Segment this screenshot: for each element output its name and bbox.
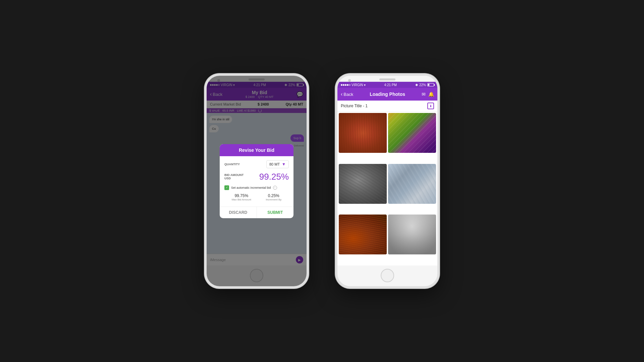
photo-1-copper-tubes[interactable]: [339, 113, 387, 153]
phone-2-top: [337, 76, 437, 82]
dot2-2: [343, 84, 344, 86]
picture-title-bar: Picture Title - 1 ⬇: [337, 101, 437, 112]
increment-label: Increment By: [266, 198, 281, 201]
photo-grid: [337, 112, 437, 265]
nav-title-2: Loading Photos: [370, 92, 405, 97]
photo-6-silver-statue[interactable]: [388, 215, 436, 254]
home-button-2[interactable]: [381, 269, 394, 282]
status-bar-2: VIRGIN ▾ 4:21 PM ✱ 22%: [337, 82, 437, 88]
dot4-2: [347, 84, 348, 86]
battery-percent-2: 22%: [419, 83, 426, 87]
dot5-2: [349, 84, 351, 86]
photo-4-silver-metal[interactable]: [388, 164, 436, 204]
max-bid-label: Max Bid Amount: [232, 198, 251, 201]
battery-icon-2: [427, 83, 434, 86]
quantity-value: 80 MT: [269, 162, 280, 166]
modal-quantity-row: QUANTITY 80 MT ▼: [224, 160, 289, 168]
phone-2-bottom: [337, 265, 437, 286]
phone-1-screen: VIRGIN ▾ 4:21 PM ✱ 22% ‹ Back My Bid $ 2: [207, 82, 307, 265]
quantity-label: QUANTITY: [224, 163, 240, 166]
bell-icon-2[interactable]: 🔔: [428, 92, 434, 97]
time-2: 4:21 PM: [384, 83, 397, 87]
quantity-dropdown[interactable]: 80 MT ▼: [266, 160, 289, 168]
front-camera-2: [348, 79, 351, 82]
auto-bid-row: ✓ Set automatic incremental bid i: [224, 185, 289, 190]
download-icon[interactable]: ⬇: [427, 103, 434, 109]
bid-amount-value: 99.25%: [259, 172, 289, 182]
dot1-2: [341, 84, 342, 86]
nav-right-2: ✉ 🔔: [422, 92, 434, 97]
increment-row: 99.75% Max Bid Amount 0.25% Increment By: [224, 193, 289, 201]
bid-amount-label-block: BID AMOUNT USD: [224, 173, 244, 180]
photo-3-scrap-metal[interactable]: [339, 164, 387, 204]
phone-2-screen: VIRGIN ▾ 4:21 PM ✱ 22% ‹ Back Loading Ph…: [337, 82, 437, 265]
back-label-2: Back: [343, 92, 353, 97]
photo-5-copper-wire[interactable]: [339, 215, 387, 254]
bid-amount-label: BID AMOUNT: [224, 173, 244, 177]
status-left-2: VIRGIN ▾: [341, 83, 366, 87]
phone-1: VIRGIN ▾ 4:21 PM ✱ 22% ‹ Back My Bid $ 2: [205, 74, 309, 288]
speaker-2: [379, 78, 395, 80]
bluetooth-icon-2: ✱: [415, 83, 418, 87]
auto-bid-label: Set automatic incremental bid: [231, 186, 271, 189]
signal-dots-2: [341, 84, 351, 86]
modal-overlay: Revise Your Bid QUANTITY 80 MT ▼ BID AMO…: [207, 82, 307, 265]
back-button-2[interactable]: ‹ Back: [341, 91, 353, 97]
max-bid-box: 99.75% Max Bid Amount: [232, 193, 251, 201]
wifi-icon-2: ▾: [364, 83, 366, 87]
increment-box: 0.25% Increment By: [266, 193, 281, 201]
modal-header: Revise Your Bid: [220, 144, 293, 156]
modal-actions: DISCARD SUBMIT: [220, 206, 293, 218]
info-icon[interactable]: i: [273, 186, 277, 190]
picture-title: Picture Title - 1: [341, 104, 368, 108]
carrier-2: VIRGIN: [352, 83, 363, 87]
nav-bar-2: ‹ Back Loading Photos ✉ 🔔: [337, 88, 437, 101]
modal-body: QUANTITY 80 MT ▼ BID AMOUNT USD 99.25%: [220, 156, 293, 206]
status-right-2: ✱ 22%: [415, 83, 434, 87]
revise-bid-modal: Revise Your Bid QUANTITY 80 MT ▼ BID AMO…: [220, 144, 293, 218]
discard-button[interactable]: DISCARD: [220, 207, 257, 218]
auto-bid-checkbox[interactable]: ✓: [224, 185, 229, 190]
modal-bid-row: BID AMOUNT USD 99.25%: [224, 172, 289, 182]
dot3-2: [345, 84, 346, 86]
max-bid-value: 99.75%: [232, 193, 251, 198]
bid-currency-label: USD: [224, 177, 244, 180]
increment-value: 0.25%: [266, 193, 281, 198]
submit-button[interactable]: SUBMIT: [257, 207, 294, 218]
phone-2: VIRGIN ▾ 4:21 PM ✱ 22% ‹ Back Loading Ph…: [335, 74, 439, 288]
back-chevron-2: ‹: [341, 91, 342, 97]
battery-fill-2: [428, 84, 429, 86]
photo-2-colorful[interactable]: [388, 113, 436, 153]
dropdown-arrow-icon: ▼: [282, 162, 286, 167]
mail-icon-2[interactable]: ✉: [422, 92, 426, 97]
